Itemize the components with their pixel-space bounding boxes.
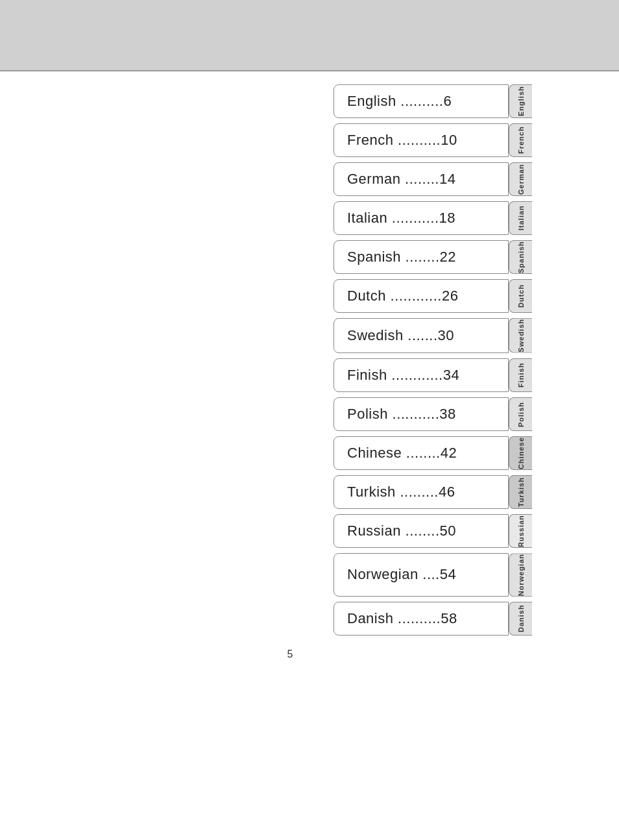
toc-tab-norwegian[interactable]: Norwegian: [509, 553, 532, 597]
header-bar: [0, 0, 619, 71]
toc-item-spanish: Spanish ........22Spanish: [334, 240, 580, 274]
toc-tab-chinese[interactable]: Chinese: [509, 436, 532, 470]
toc-tab-dutch[interactable]: Dutch: [509, 279, 532, 313]
toc-label-italian[interactable]: Italian ...........18: [334, 201, 509, 235]
toc-tab-swedish[interactable]: Swedish: [509, 318, 532, 353]
toc-item-russian: Russian ........50Russian: [334, 514, 580, 548]
toc-label-finish[interactable]: Finish ............34: [334, 358, 509, 392]
content-area: English ..........6EnglishFrench .......…: [0, 84, 619, 636]
toc-label-french[interactable]: French ..........10: [334, 123, 509, 157]
toc-tab-german[interactable]: German: [509, 162, 532, 196]
toc-label-english[interactable]: English ..........6: [334, 84, 509, 118]
page-number: 5: [0, 649, 619, 660]
toc-item-turkish: Turkish .........46Turkish: [334, 475, 580, 509]
toc-item-dutch: Dutch ............26Dutch: [334, 279, 580, 313]
toc-label-swedish[interactable]: Swedish .......30: [334, 318, 509, 353]
toc-item-danish: Danish ..........58Danish: [334, 602, 580, 636]
toc-item-french: French ..........10French: [334, 123, 580, 157]
toc-item-italian: Italian ...........18Italian: [334, 201, 580, 235]
toc-item-finish: Finish ............34Finish: [334, 358, 580, 392]
toc-tab-russian[interactable]: Russian: [509, 514, 532, 548]
toc-item-german: German ........14German: [334, 162, 580, 196]
toc-tab-french[interactable]: French: [509, 123, 532, 157]
toc-item-swedish: Swedish .......30Swedish: [334, 318, 580, 353]
toc-label-german[interactable]: German ........14: [334, 162, 509, 196]
toc-label-polish[interactable]: Polish ...........38: [334, 397, 509, 431]
toc-tab-turkish[interactable]: Turkish: [509, 475, 532, 509]
toc-tab-english[interactable]: English: [509, 84, 532, 118]
toc-tab-spanish[interactable]: Spanish: [509, 240, 532, 274]
toc-label-russian[interactable]: Russian ........50: [334, 514, 509, 548]
toc-label-dutch[interactable]: Dutch ............26: [334, 279, 509, 313]
toc-tab-italian[interactable]: Italian: [509, 201, 532, 235]
toc-label-danish[interactable]: Danish ..........58: [334, 602, 509, 636]
toc-tab-finish[interactable]: Finish: [509, 358, 532, 392]
toc-label-turkish[interactable]: Turkish .........46: [334, 475, 509, 509]
toc-item-norwegian: Norwegian ....54Norwegian: [334, 553, 580, 597]
toc-list: English ..........6EnglishFrench .......…: [334, 84, 580, 636]
toc-label-spanish[interactable]: Spanish ........22: [334, 240, 509, 274]
toc-tab-polish[interactable]: Polish: [509, 397, 532, 431]
toc-item-chinese: Chinese ........42Chinese: [334, 436, 580, 470]
toc-label-norwegian[interactable]: Norwegian ....54: [334, 553, 509, 597]
toc-item-polish: Polish ...........38Polish: [334, 397, 580, 431]
toc-item-english: English ..........6English: [334, 84, 580, 118]
toc-tab-danish[interactable]: Danish: [509, 602, 532, 636]
toc-label-chinese[interactable]: Chinese ........42: [334, 436, 509, 470]
